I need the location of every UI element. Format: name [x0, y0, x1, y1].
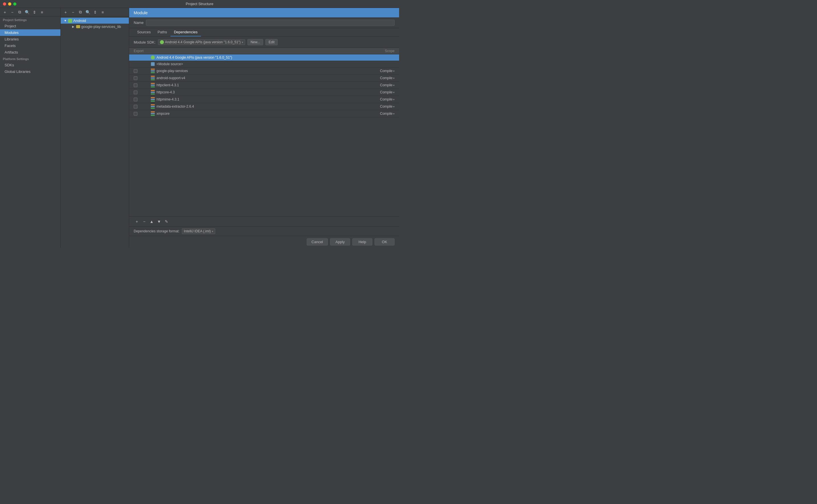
help-button[interactable]: Help [352, 238, 372, 245]
copy-button[interactable]: ⧉ [17, 9, 23, 15]
module-header-label: Module [134, 10, 148, 15]
dep-label-support-v4: android-support-v4 [156, 76, 185, 80]
httpcore-checkbox[interactable] [134, 91, 137, 94]
deps-bottom-toolbar: + − ▲ ▼ ✎ [129, 216, 399, 226]
add-dep-button[interactable]: + [134, 218, 140, 225]
add-button[interactable]: + [2, 9, 8, 15]
dep-scope-xmpcore[interactable]: Compile ▾ [366, 112, 395, 116]
metadata-checkbox[interactable] [134, 105, 137, 108]
apply-button[interactable]: Apply [330, 238, 350, 245]
middle-toolbar: + − ⧉ 🔍 ⇕ ≡ [61, 8, 129, 17]
sdk-android-icon [160, 40, 164, 44]
chevron-down-icon: ▾ [242, 41, 243, 44]
export-header: Export [134, 49, 151, 53]
move-up-button[interactable]: ▲ [148, 218, 155, 225]
sidebar-item-modules[interactable]: Modules [0, 29, 60, 36]
dep-row-xmpcore[interactable]: xmpcore Compile ▾ [129, 110, 399, 117]
dep-row-httpmime[interactable]: httpmime-4.3.1 Compile ▾ [129, 96, 399, 103]
export-checkbox-httpmime[interactable] [134, 98, 151, 101]
collapse-module-button[interactable]: ≡ [99, 9, 106, 15]
httpclient-checkbox[interactable] [134, 83, 137, 87]
search-module-button[interactable]: 🔍 [85, 9, 91, 15]
sdk-label: Module SDK: [134, 40, 156, 44]
tab-dependencies[interactable]: Dependencies [170, 28, 201, 36]
dep-row-android-sdk[interactable]: Android 4.4 Google APIs (java version "1… [129, 54, 399, 61]
module-android-node[interactable]: ▼ Android [61, 18, 129, 24]
remove-module-button[interactable]: − [70, 9, 76, 15]
right-panel: Module Name Sources Paths Dependencies M… [129, 8, 399, 248]
library-icon [151, 76, 155, 80]
support-v4-checkbox[interactable] [134, 76, 137, 80]
search-button[interactable]: 🔍 [24, 9, 30, 15]
sidebar-item-label: Project [5, 24, 16, 28]
dep-scope-httpcore[interactable]: Compile ▾ [366, 90, 395, 94]
sdk-row: Module SDK: Android 4.4 Google APIs (jav… [129, 37, 399, 48]
sidebar-item-global-libraries[interactable]: Global Libraries [0, 68, 60, 75]
dep-scope-gps[interactable]: Compile ▾ [366, 69, 395, 73]
dep-row-httpclient[interactable]: httpclient-4.3.1 Compile ▾ [129, 82, 399, 89]
maximize-button[interactable] [13, 2, 17, 6]
dep-row-module-source[interactable]: <Module source> [129, 61, 399, 67]
export-checkbox-gps[interactable] [134, 69, 151, 73]
storage-select[interactable]: IntelliJ IDEA (.iml) ▾ [182, 228, 216, 234]
sidebar-item-artifacts[interactable]: Artifacts [0, 49, 60, 56]
dep-name-support-v4: android-support-v4 [151, 76, 366, 80]
export-checkbox-metadata[interactable] [134, 105, 151, 108]
cancel-button[interactable]: Cancel [307, 238, 328, 245]
dep-scope-httpmime[interactable]: Compile ▾ [366, 97, 395, 101]
scope-dropdown-icon: ▾ [393, 105, 395, 108]
tab-sources[interactable]: Sources [134, 28, 154, 36]
add-module-button[interactable]: + [62, 9, 69, 15]
dep-row-metadata[interactable]: metadata-extractor-2.6.4 Compile ▾ [129, 103, 399, 110]
dep-label-httpclient: httpclient-4.3.1 [156, 83, 179, 87]
platform-settings-header: Platform Settings [0, 56, 60, 62]
module-gps-node[interactable]: ▶ google-play-services_lib [69, 24, 129, 30]
remove-button[interactable]: − [9, 9, 15, 15]
dep-row-support-v4[interactable]: android-support-v4 Compile ▾ [129, 75, 399, 82]
xmpcore-checkbox[interactable] [134, 112, 137, 116]
module-header: Module [129, 8, 399, 17]
export-checkbox-httpcore[interactable] [134, 91, 151, 94]
dep-scope-httpclient[interactable]: Compile ▾ [366, 83, 395, 87]
sdk-select[interactable]: Android 4.4 Google APIs (java version "1… [158, 39, 245, 45]
dep-label-xmpcore: xmpcore [156, 112, 169, 116]
name-input[interactable] [146, 20, 395, 26]
sidebar-item-project[interactable]: Project [0, 23, 60, 29]
close-button[interactable] [3, 2, 6, 6]
copy-module-button[interactable]: ⧉ [77, 9, 83, 15]
sidebar-item-sdks[interactable]: SDKs [0, 62, 60, 68]
gps-checkbox[interactable] [134, 69, 137, 73]
dep-scope-metadata[interactable]: Compile ▾ [366, 105, 395, 108]
dep-row-httpcore[interactable]: httpcore-4.3 Compile ▾ [129, 89, 399, 96]
new-sdk-button[interactable]: New... [248, 39, 263, 45]
dep-scope-support-v4[interactable]: Compile ▾ [366, 76, 395, 80]
minimize-button[interactable] [8, 2, 11, 6]
collapse-button[interactable]: ≡ [39, 9, 45, 15]
edit-sdk-button[interactable]: Edit [266, 39, 278, 45]
sidebar-item-label: Modules [5, 30, 19, 35]
sidebar-item-facets[interactable]: Facets [0, 42, 60, 49]
dep-name-httpmime: httpmime-4.3.1 [151, 97, 366, 102]
library-icon [151, 69, 155, 73]
chevron-down-icon: ▾ [212, 230, 213, 233]
scope-dropdown-icon: ▾ [393, 77, 395, 80]
dep-label-httpmime: httpmime-4.3.1 [156, 97, 179, 101]
expand-module-button[interactable]: ⇕ [92, 9, 98, 15]
sidebar: + − ⧉ 🔍 ⇕ ≡ Project Settings Project Mod… [0, 8, 61, 248]
scope-dropdown-icon: ▾ [393, 98, 395, 101]
dep-label-metadata: metadata-extractor-2.6.4 [156, 105, 194, 108]
sidebar-item-libraries[interactable]: Libraries [0, 36, 60, 42]
ok-button[interactable]: OK [375, 238, 395, 245]
export-checkbox-httpclient[interactable] [134, 83, 151, 87]
storage-value: IntelliJ IDEA (.iml) [184, 229, 211, 233]
remove-dep-button[interactable]: − [141, 218, 147, 225]
export-checkbox-xmpcore[interactable] [134, 112, 151, 116]
edit-dep-button[interactable]: ✎ [163, 218, 169, 225]
expand-button[interactable]: ⇕ [31, 9, 38, 15]
tab-paths[interactable]: Paths [154, 28, 170, 36]
move-down-button[interactable]: ▼ [156, 218, 162, 225]
library-icon [151, 97, 155, 102]
httpmime-checkbox[interactable] [134, 98, 137, 101]
export-checkbox-support-v4[interactable] [134, 76, 151, 80]
dep-row-gps[interactable]: google-play-services Compile ▾ [129, 67, 399, 75]
